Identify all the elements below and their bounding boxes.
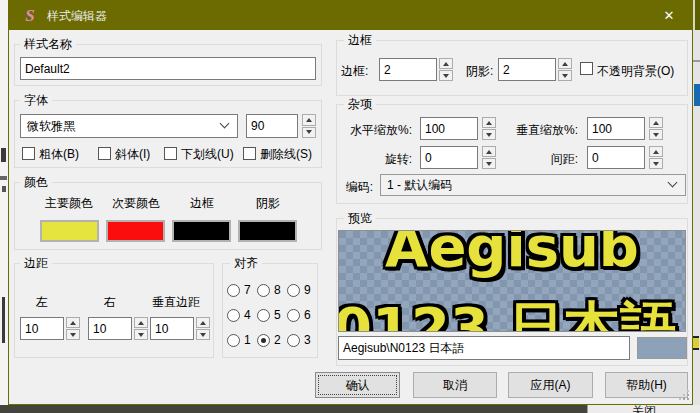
font-size-input[interactable] (246, 114, 298, 138)
alignment-radio-6[interactable]: 6 (287, 308, 311, 322)
spin-down-button[interactable] (302, 127, 316, 139)
shadow-depth-input[interactable] (498, 58, 556, 81)
group-outline-label: 边框 (344, 33, 376, 47)
underline-checkbox[interactable] (164, 147, 177, 160)
preview-text-input[interactable] (338, 336, 630, 360)
titlebar[interactable]: S 样式编辑器 ✕ (9, 1, 692, 30)
cancel-button-label: 取消 (443, 377, 467, 394)
secondary-color-swatch[interactable] (106, 220, 165, 242)
spin-up-button[interactable] (558, 58, 572, 69)
bold-checkbox[interactable] (22, 147, 35, 160)
spacing-input[interactable] (587, 146, 645, 169)
spin-up-button[interactable] (302, 114, 316, 126)
spin-down-button[interactable] (196, 329, 210, 340)
radio-icon (257, 309, 270, 322)
shadow-color-label: 阴影 (235, 196, 301, 210)
resize-grip[interactable] (687, 398, 689, 400)
spacing-spinner[interactable] (649, 146, 663, 169)
strikeout-checkbox[interactable] (243, 147, 256, 160)
radio-label: 5 (274, 308, 281, 322)
spin-down-button[interactable] (558, 70, 572, 81)
margin-vertical-spinner[interactable] (196, 317, 210, 340)
encoding-value: 1 - 默认编码 (387, 177, 452, 194)
font-family-combobox[interactable]: 微软雅黑 (20, 114, 238, 138)
scale-y-spinner[interactable] (649, 117, 663, 140)
spin-up-icon (138, 321, 144, 325)
spin-up-button[interactable] (66, 317, 80, 328)
ok-button-label: 确认 (346, 377, 370, 394)
primary-color-label: 主要颜色 (36, 196, 102, 210)
scale-x-spinner[interactable] (482, 117, 496, 140)
alignment-radio-2[interactable]: 2 (257, 333, 281, 347)
margin-left-spinner[interactable] (66, 317, 80, 340)
spin-up-button[interactable] (482, 117, 496, 128)
shadow-depth-spinner[interactable] (558, 58, 572, 81)
primary-color-swatch[interactable] (40, 220, 99, 242)
spin-up-button[interactable] (649, 117, 663, 128)
cancel-button[interactable]: 取消 (413, 372, 497, 398)
margin-right-spinner[interactable] (134, 317, 148, 340)
spin-down-icon (138, 333, 144, 337)
font-size-spinner[interactable] (302, 114, 316, 138)
alignment-radio-4[interactable]: 4 (227, 308, 251, 322)
scale-x-input[interactable] (420, 117, 478, 140)
italic-checkbox[interactable] (98, 147, 111, 160)
help-button[interactable]: 帮助(H) (605, 372, 688, 398)
encoding-combobox[interactable]: 1 - 默认编码 (380, 174, 686, 196)
alignment-radio-1[interactable]: 1 (227, 333, 251, 347)
background-text-fragment (2, 186, 6, 192)
style-name-input[interactable] (20, 57, 316, 80)
spin-down-button[interactable] (649, 158, 663, 169)
spin-up-button[interactable] (439, 58, 453, 69)
alignment-radio-5[interactable]: 5 (257, 308, 281, 322)
screen: 关闭 S 样式编辑器 ✕ 样式名称 字体 微软雅黑 粗体(B) 斜体(I) 下划… (0, 0, 700, 413)
outline-width-spinner[interactable] (439, 58, 453, 81)
rotation-input[interactable] (420, 146, 478, 169)
margin-right-input[interactable] (88, 317, 132, 340)
spin-down-icon (486, 162, 492, 166)
spin-up-button[interactable] (482, 146, 496, 157)
spin-down-button[interactable] (66, 329, 80, 340)
shadow-color-swatch[interactable] (238, 220, 297, 242)
spin-down-button[interactable] (134, 329, 148, 340)
background-selected-item-fragment (694, 84, 700, 106)
preview-background-color-button[interactable] (637, 337, 687, 359)
spin-down-button[interactable] (439, 70, 453, 81)
spin-down-button[interactable] (482, 129, 496, 140)
alignment-radio-8[interactable]: 8 (257, 283, 281, 297)
spin-down-button[interactable] (649, 129, 663, 140)
group-alignment-label: 对齐 (230, 256, 262, 270)
ok-button[interactable]: 确认 (315, 372, 400, 398)
spin-down-button[interactable] (482, 158, 496, 169)
margin-left-input[interactable] (20, 317, 64, 340)
alignment-radio-9[interactable]: 9 (287, 283, 311, 297)
group-margins (14, 263, 214, 358)
opaque-box-checkbox[interactable] (580, 62, 593, 75)
scale-y-label: 垂直缩放%: (503, 123, 578, 137)
radio-label: 1 (244, 333, 251, 347)
app-icon: S (21, 6, 39, 26)
spin-down-icon (562, 74, 568, 78)
alignment-radio-7[interactable]: 7 (227, 283, 251, 297)
spin-up-button[interactable] (196, 317, 210, 328)
background-close-button-fragment[interactable]: 关闭 (587, 405, 700, 413)
alignment-radio-3[interactable]: 3 (287, 333, 311, 347)
subtitle-preview-area[interactable]: Aegisub 0123 日本語 (338, 230, 686, 332)
close-button[interactable]: ✕ (646, 1, 692, 30)
rotation-spinner[interactable] (482, 146, 496, 169)
font-family-value: 微软雅黑 (27, 118, 75, 135)
apply-button[interactable]: 应用(A) (508, 372, 593, 398)
bold-checkbox-label: 粗体(B) (39, 147, 79, 161)
strikeout-checkbox-label: 删除线(S) (260, 147, 312, 161)
radio-label: 9 (304, 283, 311, 297)
outline-color-swatch[interactable] (172, 220, 231, 242)
margin-vertical-input[interactable] (150, 317, 194, 340)
outline-width-input[interactable] (379, 58, 437, 81)
outline-width-label: 边框: (341, 64, 368, 78)
spin-up-button[interactable] (649, 146, 663, 157)
group-style-name-label: 样式名称 (20, 37, 76, 51)
scale-y-input[interactable] (587, 117, 645, 140)
spacing-label: 间距: (503, 152, 578, 166)
spin-up-button[interactable] (134, 317, 148, 328)
radio-label: 2 (274, 333, 281, 347)
